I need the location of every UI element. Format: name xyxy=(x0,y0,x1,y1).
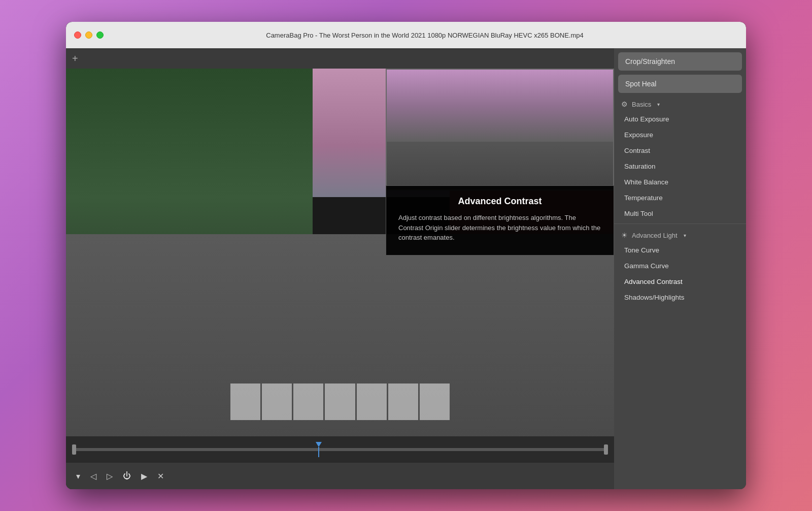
temperature-item[interactable]: Temperature xyxy=(614,190,746,206)
video-container: Advanced Contrast Adjust contrast based … xyxy=(66,69,614,436)
video-frame: Advanced Contrast Adjust contrast based … xyxy=(66,69,614,436)
advanced-light-chevron: ▾ xyxy=(684,233,686,238)
gamma-curve-item[interactable]: Gamma Curve xyxy=(614,258,746,274)
video-area: + xyxy=(66,48,614,489)
maximize-button[interactable] xyxy=(96,31,104,39)
advanced-light-section-header[interactable]: ☀ Advanced Light ▾ xyxy=(614,226,746,242)
saturation-item[interactable]: Saturation xyxy=(614,158,746,174)
next-frame-button[interactable]: ▷ xyxy=(107,471,113,481)
timeline-left-handle[interactable] xyxy=(72,444,76,455)
crosswalk xyxy=(230,384,450,420)
sun-icon: ☀ xyxy=(621,231,628,239)
basics-label: Basics xyxy=(632,101,651,108)
scene-road xyxy=(66,234,614,436)
advanced-contrast-item[interactable]: Advanced Contrast xyxy=(614,274,746,290)
timeline-right-handle[interactable] xyxy=(604,444,608,455)
prev-frame-button[interactable]: ◁ xyxy=(90,471,96,481)
playback-controls: ▾ ◁ ▷ ⏻ ▶ ✕ xyxy=(66,463,614,489)
tone-curve-item[interactable]: Tone Curve xyxy=(614,242,746,258)
close-media-button[interactable]: ✕ xyxy=(157,471,164,481)
crop-straighten-button[interactable]: Crop/Straighten xyxy=(618,52,742,71)
minimize-button[interactable] xyxy=(85,31,92,39)
main-window: CameraBag Pro - The Worst Person in the … xyxy=(66,22,746,489)
timeline-playhead[interactable] xyxy=(316,442,322,457)
titlebar: CameraBag Pro - The Worst Person in the … xyxy=(66,22,746,48)
right-panel-content: Crop/Straighten Spot Heal ⚙ Basics ▾ Aut… xyxy=(614,48,746,489)
sliders-icon: ⚙ xyxy=(621,100,628,108)
contrast-item[interactable]: Contrast xyxy=(614,143,746,158)
main-content: + xyxy=(66,48,746,489)
spot-heal-button[interactable]: Spot Heal xyxy=(618,75,742,93)
white-balance-item[interactable]: White Balance xyxy=(614,174,746,190)
add-button[interactable]: + xyxy=(72,53,78,63)
video-timeline[interactable] xyxy=(66,436,614,463)
advanced-light-label: Advanced Light xyxy=(632,232,678,239)
traffic-lights xyxy=(74,31,104,39)
playhead-line xyxy=(318,447,319,457)
basics-chevron: ▾ xyxy=(657,102,660,107)
multi-tool-item[interactable]: Multi Tool xyxy=(614,206,746,221)
shadows-highlights-item[interactable]: Shadows/Highlights xyxy=(614,290,746,305)
play-button[interactable]: ▶ xyxy=(141,471,147,481)
video-overlay-thumbnail xyxy=(386,69,614,190)
tooltip-popup: Advanced Contrast Adjust contrast based … xyxy=(386,185,614,256)
playhead-triangle xyxy=(316,442,322,447)
video-toolbar: + xyxy=(66,48,614,69)
right-panel: Crop/Straighten Spot Heal ⚙ Basics ▾ Aut… xyxy=(614,48,746,489)
close-button[interactable] xyxy=(74,31,81,39)
dropdown-button[interactable]: ▾ xyxy=(76,471,80,481)
tooltip-title: Advanced Contrast xyxy=(398,196,601,207)
power-button[interactable]: ⏻ xyxy=(123,471,131,481)
basics-section-header[interactable]: ⚙ Basics ▾ xyxy=(614,95,746,111)
tooltip-body: Adjust contrast based on different brigh… xyxy=(398,213,601,243)
timeline-track[interactable] xyxy=(72,448,608,451)
section-divider xyxy=(614,223,746,224)
window-title: CameraBag Pro - The Worst Person in the … xyxy=(112,31,738,39)
auto-exposure-item[interactable]: Auto Exposure xyxy=(614,111,746,127)
exposure-item[interactable]: Exposure xyxy=(614,127,746,143)
